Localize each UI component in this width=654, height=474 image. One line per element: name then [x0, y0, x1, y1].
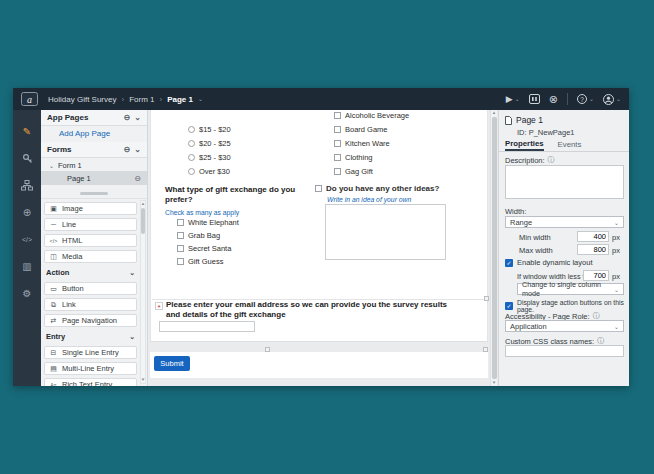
palette-section-entry[interactable]: Entry ⌄ — [44, 330, 137, 343]
radio-option[interactable]: $20 - $25 — [188, 139, 231, 148]
palette-item-rich-text-entry[interactable]: A≡ Rich Text Entry — [44, 378, 137, 386]
checkbox-option[interactable]: Alcoholic Beverage — [334, 111, 409, 120]
checkbox-icon[interactable] — [177, 245, 184, 252]
preview-panels-button[interactable] — [529, 94, 540, 104]
description-textarea[interactable] — [505, 165, 624, 199]
rail-key-icon[interactable] — [19, 151, 35, 165]
radio-option[interactable]: $25 - $30 — [188, 153, 231, 162]
scrollbar-thumb[interactable] — [141, 208, 145, 234]
radio-icon[interactable] — [188, 154, 195, 161]
ideas-question-row[interactable]: Do you have any other ideas? — [315, 184, 439, 193]
checkbox-option[interactable]: Gift Guess — [177, 257, 223, 266]
forms-header[interactable]: Forms ⊖ ⌄ — [41, 142, 147, 158]
app-pages-header[interactable]: App Pages ⊖ ⌄ — [41, 110, 147, 126]
checkbox-option[interactable]: Board Game — [334, 125, 388, 134]
scroll-down-icon[interactable]: ▼ — [141, 377, 145, 383]
breadcrumb-chevron-down-icon[interactable]: ⌄ — [198, 96, 203, 102]
radio-label: $25 - $30 — [199, 153, 231, 162]
palette-item-single-line-entry[interactable]: ⊟ Single Line Entry — [44, 346, 137, 359]
palette-item-html[interactable]: </> HTML — [44, 234, 137, 247]
page-role-value: Application — [510, 322, 547, 331]
info-icon[interactable]: ⓘ — [548, 155, 555, 165]
radio-icon[interactable] — [188, 126, 195, 133]
close-button[interactable]: ⊗ — [549, 93, 558, 106]
rail-hierarchy-icon[interactable] — [19, 178, 35, 192]
chevron-down-icon[interactable]: ⌄ — [134, 113, 141, 122]
canvas-scrollbar[interactable]: ▲ ▼ — [490, 110, 497, 386]
checkbox-icon[interactable] — [334, 168, 341, 175]
min-width-input[interactable] — [577, 231, 609, 242]
user-menu-button[interactable]: ⌄ — [603, 94, 621, 105]
checkbox-icon[interactable] — [334, 154, 341, 161]
checkbox-icon[interactable] — [334, 126, 341, 133]
submit-button[interactable]: Submit — [154, 356, 190, 371]
radio-option[interactable]: $15 - $20 — [188, 125, 231, 134]
checkbox-option[interactable]: Kitchen Ware — [334, 139, 390, 148]
checkbox-icon[interactable] — [334, 140, 341, 147]
radio-option[interactable]: Over $30 — [188, 167, 230, 176]
checkbox-option[interactable]: Gag Gift — [334, 167, 373, 176]
description-label: Description: — [505, 156, 545, 165]
radio-icon[interactable] — [188, 168, 195, 175]
checked-checkbox-icon[interactable]: ✓ — [505, 302, 513, 310]
checkbox-option[interactable]: Clothing — [334, 153, 373, 162]
radio-icon[interactable] — [188, 140, 195, 147]
scroll-down-icon[interactable]: ▼ — [492, 380, 496, 386]
panel-splitter-handle[interactable] — [80, 192, 108, 195]
run-button[interactable]: ▶ ⌄ — [506, 94, 520, 104]
checkbox-icon[interactable] — [334, 112, 341, 119]
email-input[interactable] — [159, 321, 255, 332]
checked-checkbox-icon[interactable]: ✓ — [505, 259, 513, 267]
breadcrumb-form[interactable]: Form 1 — [129, 95, 154, 104]
breadcrumb-page[interactable]: Page 1 — [167, 95, 193, 104]
checkbox-option[interactable]: Grab Bag — [177, 231, 220, 240]
max-width-input[interactable] — [577, 244, 609, 255]
width-mode-select[interactable]: Range ⌄ — [505, 216, 624, 228]
resize-handle[interactable] — [484, 296, 489, 301]
scroll-up-icon[interactable]: ▲ — [141, 201, 145, 207]
single-column-select[interactable]: Change to single column mode ⌄ — [517, 283, 624, 295]
checkbox-option[interactable]: White Elephant — [177, 218, 239, 227]
checkbox-icon[interactable] — [177, 232, 184, 239]
palette-scrollbar[interactable]: ▲ ▼ — [140, 200, 146, 384]
tab-properties[interactable]: Properties — [505, 138, 544, 151]
palette-item-line[interactable]: ─ Line — [44, 218, 137, 231]
rail-data-icon[interactable]: ▥ — [19, 259, 35, 273]
dynamic-layout-checkbox-row[interactable]: ✓ Enable dynamic layout — [505, 258, 592, 267]
rail-design-icon[interactable]: ✎ — [19, 124, 35, 138]
design-canvas[interactable]: $15 - $20 $20 - $25 $25 - $30 Over $30 — [148, 110, 498, 386]
tree-item-page1[interactable]: Page 1 ⊖ — [41, 171, 147, 185]
collapse-circle-icon[interactable]: ⊖ — [134, 174, 141, 183]
help-menu-button[interactable]: ? ⌄ — [577, 94, 594, 104]
forms-label: Forms — [47, 145, 71, 154]
page-role-select[interactable]: Application ⌄ — [505, 320, 624, 332]
ideas-textarea[interactable] — [325, 204, 446, 260]
rail-code-icon[interactable]: </> — [19, 232, 35, 246]
scroll-up-icon[interactable]: ▲ — [492, 110, 496, 116]
tab-events[interactable]: Events — [558, 138, 582, 151]
palette-section-action[interactable]: Action ⌄ — [44, 266, 137, 279]
css-class-input[interactable] — [505, 345, 624, 357]
palette-item-media[interactable]: ◫ Media — [44, 250, 137, 263]
checkbox-icon[interactable] — [177, 258, 184, 265]
palette-item-button[interactable]: ▭ Button — [44, 282, 137, 295]
rail-settings-gear-icon[interactable]: ⚙ — [19, 286, 35, 300]
chevron-down-icon[interactable]: ⌄ — [134, 145, 141, 154]
rail-globe-icon[interactable]: ⊕ — [19, 205, 35, 219]
form-page-sheet[interactable]: $15 - $20 $20 - $25 $25 - $30 Over $30 — [150, 110, 488, 342]
palette-item-page-navigation[interactable]: ⇄ Page Navigation — [44, 314, 137, 327]
chevron-down-icon: ⌄ — [614, 286, 619, 293]
add-app-page-link[interactable]: Add App Page — [59, 127, 110, 140]
collapse-circle-icon[interactable]: ⊖ — [124, 145, 131, 154]
media-icon: ◫ — [49, 253, 58, 261]
checkbox-icon[interactable] — [315, 185, 322, 192]
collapse-circle-icon[interactable]: ⊖ — [124, 113, 131, 122]
palette-item-multi-line-entry[interactable]: ▤ Multi-Line Entry — [44, 362, 137, 375]
checkbox-option[interactable]: Secret Santa — [177, 244, 231, 253]
palette-item-link[interactable]: ⧉ Link — [44, 298, 137, 311]
palette-item-image[interactable]: ▣ Image — [44, 202, 137, 215]
exchange-question-hint[interactable]: Check as many as apply — [165, 209, 239, 216]
checkbox-icon[interactable] — [177, 219, 184, 226]
breadcrumb-app[interactable]: Holiday Gift Survey — [48, 95, 116, 104]
scrollbar-thumb[interactable] — [492, 117, 497, 379]
